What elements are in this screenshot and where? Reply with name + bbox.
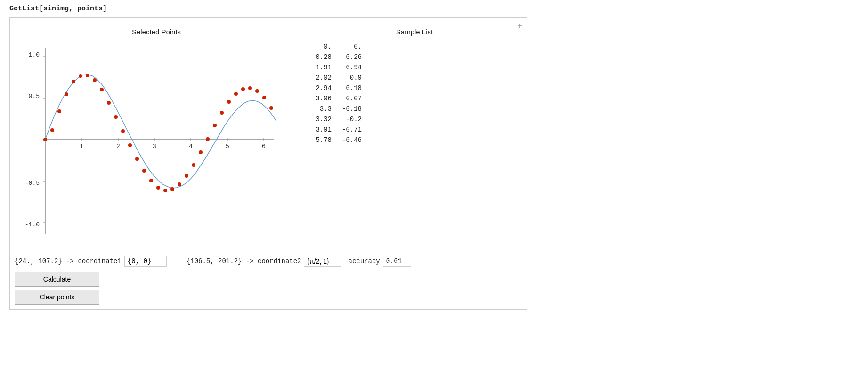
list-item-x: 3.32 bbox=[312, 114, 340, 124]
list-item-y: 0.18 bbox=[340, 83, 370, 93]
list-item-x: 0.28 bbox=[312, 52, 340, 62]
controls-row: {24., 107.2} -> coordinate1 {106.5, 201.… bbox=[15, 256, 522, 267]
accuracy-input[interactable] bbox=[383, 256, 411, 267]
svg-text:4: 4 bbox=[189, 143, 193, 150]
list-item: 2.940.18 bbox=[312, 83, 370, 93]
svg-point-55 bbox=[269, 106, 273, 110]
svg-text:1.0: 1.0 bbox=[29, 51, 40, 58]
list-item-y: -0.2 bbox=[340, 114, 370, 124]
calculate-button[interactable]: Calculate bbox=[15, 272, 99, 287]
plus-icon[interactable]: + bbox=[517, 22, 522, 31]
chart-canvas[interactable]: 1.0 0.5 -0.5 -1.0 bbox=[24, 39, 288, 237]
coord2-input[interactable] bbox=[304, 256, 341, 267]
list-item: 0.280.26 bbox=[312, 52, 370, 62]
list-item-x: 2.02 bbox=[312, 73, 340, 83]
svg-text:-1.0: -1.0 bbox=[25, 221, 40, 228]
svg-text:2: 2 bbox=[116, 143, 120, 150]
list-item: 5.78-0.46 bbox=[312, 135, 370, 145]
svg-point-51 bbox=[241, 87, 245, 91]
list-item-y: 0.07 bbox=[340, 93, 370, 104]
svg-point-53 bbox=[255, 89, 259, 93]
list-item-x: 1.91 bbox=[312, 62, 340, 73]
list-item-x: 2.94 bbox=[312, 83, 340, 93]
svg-point-39 bbox=[156, 186, 160, 190]
svg-point-30 bbox=[93, 78, 97, 82]
list-item: 3.060.07 bbox=[312, 93, 370, 104]
coord2-pixel-label: {106.5, 201.2} -> coordinate2 bbox=[187, 257, 301, 265]
svg-point-27 bbox=[72, 80, 75, 83]
outer-panel: + Selected Points 1.0 0.5 -0.5 -1.0 bbox=[9, 17, 527, 310]
list-item-y: 0.94 bbox=[340, 62, 370, 73]
list-item-x: 5.78 bbox=[312, 135, 340, 145]
sample-list-title: Sample List bbox=[312, 28, 517, 36]
svg-text:6: 6 bbox=[262, 143, 266, 150]
svg-point-32 bbox=[107, 101, 111, 105]
chart-area: Selected Points 1.0 0.5 -0.5 -1.0 bbox=[20, 28, 293, 244]
list-item: 3.3-0.18 bbox=[312, 104, 370, 114]
list-item-x: 0. bbox=[312, 41, 340, 52]
page-title: GetList[sinimg, points] bbox=[9, 5, 859, 13]
sample-list-area: Sample List 0.0.0.280.261.910.942.020.92… bbox=[312, 28, 517, 244]
svg-point-54 bbox=[262, 96, 266, 99]
accuracy-label: accuracy bbox=[348, 257, 380, 265]
svg-point-35 bbox=[128, 143, 132, 147]
svg-point-34 bbox=[121, 129, 125, 133]
svg-point-48 bbox=[220, 111, 224, 115]
list-item-x: 3.3 bbox=[312, 104, 340, 114]
sample-list-table: 0.0.0.280.261.910.942.020.92.940.183.060… bbox=[312, 41, 370, 145]
svg-point-50 bbox=[234, 92, 238, 96]
svg-point-52 bbox=[248, 86, 252, 90]
svg-point-25 bbox=[57, 109, 61, 113]
list-item-x: 3.91 bbox=[312, 124, 340, 135]
svg-point-28 bbox=[79, 74, 82, 78]
svg-text:1: 1 bbox=[80, 143, 83, 150]
svg-point-31 bbox=[100, 88, 104, 91]
svg-text:5: 5 bbox=[226, 143, 229, 150]
chart-svg: 1.0 0.5 -0.5 -1.0 bbox=[24, 39, 288, 237]
svg-text:-0.5: -0.5 bbox=[25, 180, 40, 187]
inner-panel: Selected Points 1.0 0.5 -0.5 -1.0 bbox=[15, 23, 522, 249]
svg-point-46 bbox=[206, 137, 210, 141]
list-item-y: 0.9 bbox=[340, 73, 370, 83]
svg-point-23 bbox=[43, 138, 47, 141]
buttons-row: Calculate Clear points bbox=[15, 272, 522, 305]
svg-point-37 bbox=[142, 169, 146, 173]
coord1-pixel-label: {24., 107.2} -> coordinate1 bbox=[15, 257, 122, 265]
list-item-y: -0.46 bbox=[340, 135, 370, 145]
list-item: 3.32-0.2 bbox=[312, 114, 370, 124]
clear-points-button[interactable]: Clear points bbox=[15, 290, 99, 305]
list-item: 2.020.9 bbox=[312, 73, 370, 83]
svg-point-24 bbox=[50, 128, 54, 132]
svg-point-44 bbox=[192, 163, 195, 167]
svg-point-33 bbox=[114, 115, 118, 119]
svg-point-38 bbox=[149, 179, 153, 182]
svg-point-40 bbox=[163, 189, 167, 192]
list-item-y: -0.71 bbox=[340, 124, 370, 135]
list-item-y: 0.26 bbox=[340, 52, 370, 62]
list-item-x: 3.06 bbox=[312, 93, 340, 104]
coord1-input[interactable] bbox=[124, 256, 167, 267]
svg-point-26 bbox=[65, 92, 68, 96]
svg-point-49 bbox=[227, 100, 231, 104]
svg-text:3: 3 bbox=[153, 143, 156, 150]
chart-title: Selected Points bbox=[20, 28, 293, 36]
list-item-y: -0.18 bbox=[340, 104, 370, 114]
svg-text:0.5: 0.5 bbox=[29, 93, 40, 100]
list-item-y: 0. bbox=[340, 41, 370, 52]
svg-point-47 bbox=[213, 124, 217, 127]
list-item: 3.91-0.71 bbox=[312, 124, 370, 135]
svg-point-36 bbox=[135, 157, 139, 161]
svg-point-45 bbox=[199, 150, 203, 154]
svg-point-42 bbox=[178, 182, 181, 186]
list-item: 0.0. bbox=[312, 41, 370, 52]
svg-point-41 bbox=[170, 187, 174, 191]
list-item: 1.910.94 bbox=[312, 62, 370, 73]
svg-point-29 bbox=[86, 74, 89, 77]
svg-point-43 bbox=[185, 174, 188, 178]
